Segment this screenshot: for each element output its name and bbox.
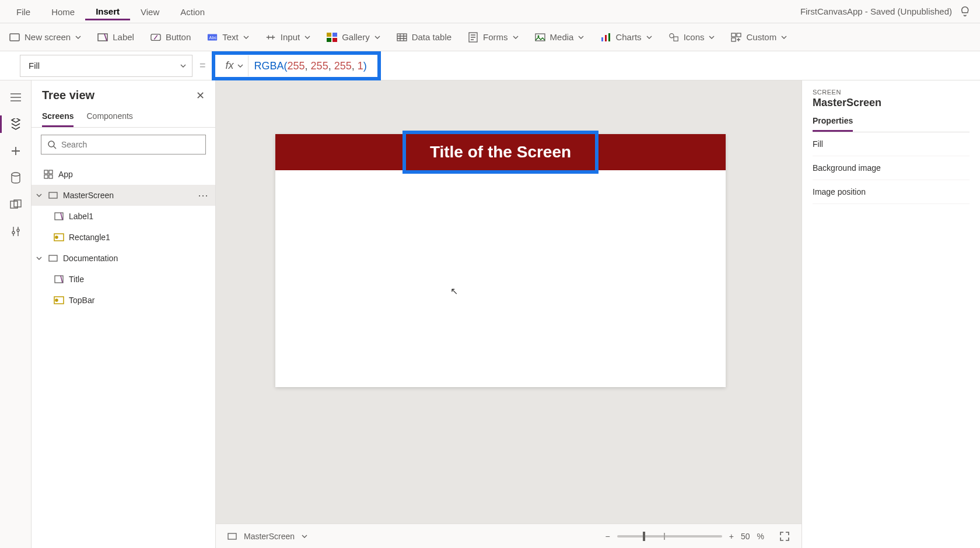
menu-action[interactable]: Action xyxy=(170,3,215,19)
svg-rect-17 xyxy=(674,37,678,41)
forms-button[interactable]: Forms xyxy=(468,32,519,43)
app-checker-icon[interactable] xyxy=(959,4,974,19)
datatable-button[interactable]: Data table xyxy=(397,32,452,43)
table-icon xyxy=(397,32,407,43)
property-selector-value: Fill xyxy=(29,61,40,71)
zoom-out-button[interactable]: − xyxy=(606,532,610,541)
menu-insert[interactable]: Insert xyxy=(85,3,130,20)
tree-view-panel: Tree view ✕ Screens Components App Maste… xyxy=(32,80,216,548)
menu-home[interactable]: Home xyxy=(41,3,85,19)
zoom-in-button[interactable]: + xyxy=(729,532,734,541)
app-icon xyxy=(43,169,54,180)
hamburger-icon[interactable] xyxy=(9,91,22,104)
collapse-icon[interactable] xyxy=(35,192,43,198)
advanced-tools-icon[interactable] xyxy=(9,225,22,238)
svg-rect-27 xyxy=(44,170,48,174)
status-screen-name[interactable]: MasterScreen xyxy=(244,532,295,541)
svg-rect-0 xyxy=(10,34,19,41)
gallery-label: Gallery xyxy=(342,32,370,42)
tree-node-label: Documentation xyxy=(63,254,209,263)
media-button[interactable]: Media xyxy=(535,32,584,43)
charts-label: Charts xyxy=(615,32,641,42)
svg-rect-13 xyxy=(601,37,603,41)
chevron-down-icon xyxy=(237,63,243,69)
svg-rect-11 xyxy=(536,34,545,41)
left-rail xyxy=(0,80,32,548)
text-button[interactable]: Abc Text xyxy=(207,32,249,43)
chevron-down-icon xyxy=(709,34,715,40)
collapse-icon[interactable] xyxy=(35,255,43,261)
insert-pane-icon[interactable] xyxy=(9,145,22,157)
menu-view[interactable]: View xyxy=(130,3,170,19)
custom-label: Custom xyxy=(746,32,776,42)
svg-rect-8 xyxy=(332,38,337,42)
svg-rect-5 xyxy=(327,33,331,37)
svg-point-38 xyxy=(55,299,58,301)
canvas-title-label-selected[interactable]: Title of the Screen xyxy=(402,131,598,174)
more-icon[interactable]: ⋯ xyxy=(198,189,209,202)
svg-rect-18 xyxy=(732,33,736,37)
tree-node-title[interactable]: Title xyxy=(32,269,215,290)
forms-label: Forms xyxy=(483,32,508,42)
prop-row-fill[interactable]: Fill xyxy=(813,132,970,156)
props-screen-name: MasterScreen xyxy=(813,97,970,109)
tree-node-topbar[interactable]: TopBar xyxy=(32,290,215,311)
tree-node-rectangle1[interactable]: Rectangle1 xyxy=(32,227,215,248)
tab-screens[interactable]: Screens xyxy=(42,111,74,127)
svg-point-21 xyxy=(12,173,20,176)
label-label: Label xyxy=(113,32,134,42)
tree-view-icon[interactable] xyxy=(9,118,22,131)
input-button[interactable]: Input xyxy=(265,32,310,43)
chevron-down-icon xyxy=(374,34,380,40)
tab-components[interactable]: Components xyxy=(86,111,132,127)
media-pane-icon[interactable] xyxy=(9,198,22,211)
rectangle-icon xyxy=(54,295,64,305)
property-selector[interactable]: Fill xyxy=(20,55,192,77)
gallery-button[interactable]: Gallery xyxy=(327,32,380,43)
fx-button[interactable]: fx xyxy=(221,55,249,76)
data-pane-icon[interactable] xyxy=(9,171,22,184)
icons-button[interactable]: Icons xyxy=(668,32,715,43)
tree-node-label: App xyxy=(58,170,209,179)
insert-ribbon: New screen Label Button Abc Text Input G… xyxy=(0,23,980,51)
tree-node-label1[interactable]: Label1 xyxy=(32,206,215,227)
close-icon[interactable]: ✕ xyxy=(196,89,205,102)
zoom-slider[interactable] xyxy=(617,535,722,538)
menu-file[interactable]: File xyxy=(6,3,41,19)
chevron-down-icon[interactable] xyxy=(302,533,307,539)
zoom-pct: % xyxy=(757,532,764,541)
tree-node-documentation[interactable]: Documentation xyxy=(32,248,215,269)
tree-node-app[interactable]: App xyxy=(32,164,215,185)
tab-properties[interactable]: Properties xyxy=(813,116,853,132)
tree-search[interactable] xyxy=(41,135,206,154)
rectangle-icon xyxy=(54,232,64,243)
cursor-icon: ↖ xyxy=(450,286,458,297)
prop-row-bgimage[interactable]: Background image xyxy=(813,156,970,180)
equals-sign: = xyxy=(192,59,213,72)
icons-label: Icons xyxy=(684,32,705,42)
chevron-down-icon xyxy=(243,34,249,40)
tree-node-masterscreen[interactable]: MasterScreen ⋯ xyxy=(32,185,215,206)
svg-rect-39 xyxy=(228,533,236,539)
chevron-down-icon xyxy=(180,63,186,69)
charts-button[interactable]: Charts xyxy=(600,32,652,43)
chevron-down-icon xyxy=(513,34,519,40)
screen-icon xyxy=(228,533,237,540)
text-icon: Abc xyxy=(207,32,218,43)
device-screen[interactable]: Title of the Screen ↖ xyxy=(275,134,726,387)
input-icon xyxy=(265,32,276,43)
label-icon xyxy=(54,211,64,222)
button-icon xyxy=(150,32,161,43)
canvas-area[interactable]: Title of the Screen ↖ MasterScreen − + 5… xyxy=(216,80,802,548)
chevron-down-icon xyxy=(578,34,584,40)
formula-input[interactable]: RGBA(255, 255, 255, 1) xyxy=(254,59,367,72)
fit-to-screen-icon[interactable] xyxy=(779,531,790,542)
svg-text:Abc: Abc xyxy=(209,34,217,40)
label-button[interactable]: Label xyxy=(97,32,134,43)
text-label: Text xyxy=(222,32,239,42)
button-button[interactable]: Button xyxy=(150,32,191,43)
prop-row-imgpos[interactable]: Image position xyxy=(813,180,970,204)
new-screen-button[interactable]: New screen xyxy=(9,32,81,43)
search-input[interactable] xyxy=(61,140,200,149)
custom-button[interactable]: Custom xyxy=(731,32,787,43)
